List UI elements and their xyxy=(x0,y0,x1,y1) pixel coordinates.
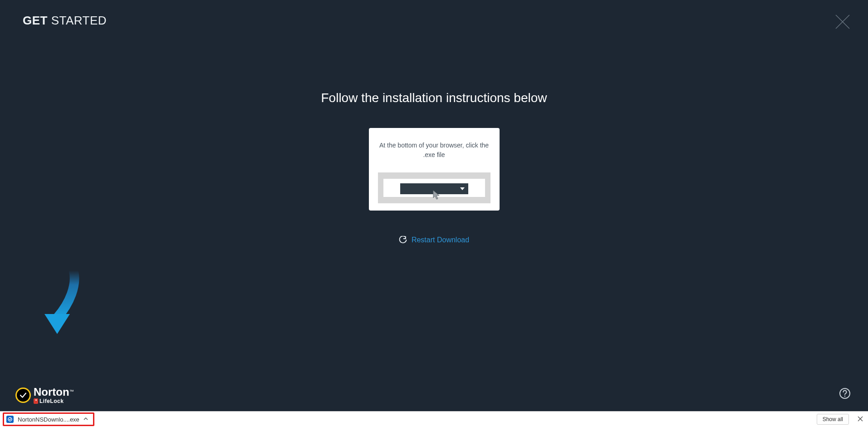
help-icon xyxy=(839,388,851,399)
logo-tm: ™ xyxy=(69,389,74,394)
refresh-icon xyxy=(399,236,407,244)
file-icon xyxy=(6,415,14,423)
lock-icon xyxy=(34,398,38,404)
close-icon xyxy=(857,416,863,422)
restart-row: Restart Download xyxy=(0,236,868,246)
page-title-light: STARTED xyxy=(48,14,107,27)
logo-subbrand: LifeLock xyxy=(39,398,64,404)
logo-text: Norton™ LifeLock xyxy=(34,387,74,404)
close-icon xyxy=(835,14,850,29)
cursor-icon xyxy=(432,190,441,201)
show-all-button[interactable]: Show all xyxy=(817,414,849,425)
chevron-up-icon xyxy=(83,416,88,423)
page-title-bold: GET xyxy=(23,14,48,27)
close-button[interactable] xyxy=(834,13,852,31)
help-button[interactable] xyxy=(839,388,852,400)
svg-point-3 xyxy=(844,396,845,397)
page-title: GET STARTED xyxy=(23,14,107,28)
download-bar-close[interactable] xyxy=(857,416,863,423)
download-bar-right: Show all xyxy=(817,414,863,425)
download-arrow-icon xyxy=(32,270,86,343)
instruction-illustration xyxy=(378,172,490,203)
instruction-text: At the bottom of your browser, click the… xyxy=(378,141,490,160)
instruction-card: At the bottom of your browser, click the… xyxy=(369,128,500,211)
download-file-name: NortonNSDownlo....exe xyxy=(18,416,79,423)
restart-download-label: Restart Download xyxy=(412,236,469,244)
restart-download-link[interactable]: Restart Download xyxy=(399,236,469,244)
logo-brand: Norton xyxy=(34,386,69,398)
main-heading: Follow the installation instructions bel… xyxy=(0,91,868,105)
app-window: GET STARTED Follow the installation inst… xyxy=(0,0,868,411)
download-item[interactable]: NortonNSDownlo....exe xyxy=(3,412,94,426)
norton-lifelock-logo: Norton™ LifeLock xyxy=(15,387,74,404)
browser-download-bar: NortonNSDownlo....exe Show all xyxy=(0,411,868,427)
caret-down-icon xyxy=(460,187,465,190)
norton-check-icon xyxy=(15,388,31,403)
